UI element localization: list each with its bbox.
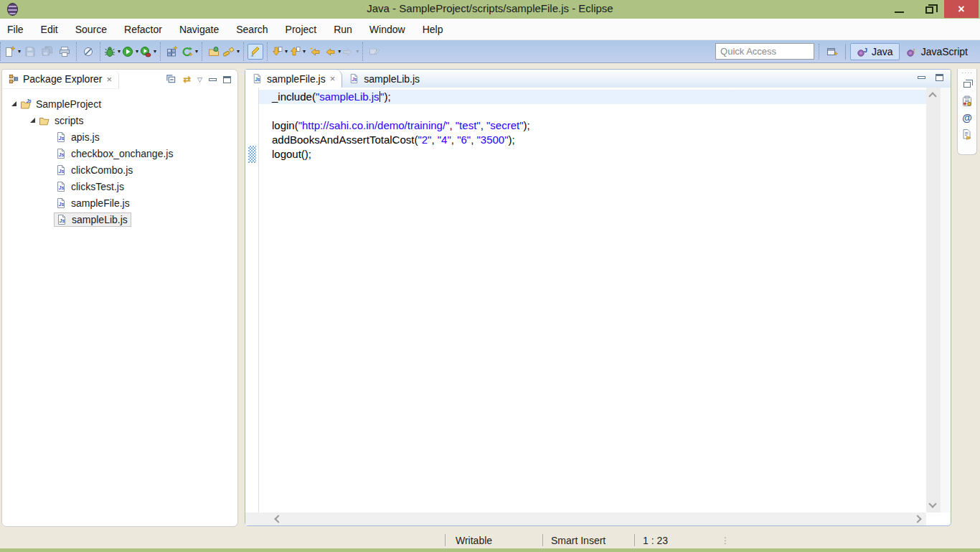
new-wizard-button[interactable]: ▾	[4, 44, 21, 60]
tree-item-file[interactable]: Js clickCombo.js	[2, 162, 237, 178]
dropdown-caret-icon[interactable]: ▾	[118, 49, 121, 55]
drag-handle-icon[interactable]: ····	[961, 70, 973, 75]
new-class-button[interactable]: ▾	[182, 44, 198, 60]
tree-item-file[interactable]: Js checkbox_onchange.js	[2, 145, 237, 162]
dropdown-caret-icon[interactable]: ▾	[237, 49, 240, 55]
previous-annotation-button[interactable]: ▾	[289, 44, 306, 60]
menu-navigate[interactable]: Navigate	[171, 21, 227, 38]
scroll-right-icon[interactable]	[913, 515, 921, 523]
tree-item-folder[interactable]: scripts	[2, 112, 237, 128]
maximize-editor-button[interactable]	[936, 74, 943, 81]
dropdown-caret-icon[interactable]: ▾	[18, 49, 21, 55]
scroll-left-icon[interactable]	[274, 515, 282, 523]
package-explorer-panel: Package Explorer × ⇄ ▽ Js SampleProject	[1, 69, 238, 527]
code-line[interactable]: logout();	[259, 147, 926, 162]
new-java-project-button[interactable]	[164, 44, 180, 60]
expand-arrow-icon[interactable]	[30, 118, 35, 123]
documentation-view-button[interactable]: @	[960, 111, 974, 125]
mark-occurrences-toggle[interactable]	[248, 44, 263, 60]
scroll-down-icon[interactable]	[928, 500, 936, 507]
code-editor[interactable]: _include("sampleLib.js"); login("http://…	[259, 88, 926, 513]
tab-samplelib[interactable]: Js sampleLib.js	[342, 70, 426, 88]
menu-refactor[interactable]: Refactor	[116, 21, 171, 38]
tree-item-file-selected[interactable]: Js sampleLib.js	[2, 211, 237, 228]
package-explorer-tab[interactable]: Package Explorer ×	[2, 70, 119, 89]
back-button[interactable]: ▾	[324, 44, 341, 60]
dropdown-caret-icon[interactable]: ▾	[285, 49, 288, 55]
java-perspective-icon: J	[857, 46, 868, 57]
close-view-icon[interactable]: ×	[107, 75, 113, 84]
minimize-view-button[interactable]	[209, 78, 217, 81]
menu-edit[interactable]: Edit	[32, 21, 67, 38]
horizontal-scrollbar[interactable]	[245, 513, 926, 525]
search-button[interactable]: ▾	[223, 44, 240, 60]
restore-button[interactable]	[914, 0, 944, 18]
menu-search[interactable]: Search	[227, 21, 276, 38]
minimize-button[interactable]	[884, 0, 914, 18]
vertical-scrollbar[interactable]	[926, 88, 941, 513]
tree-item-file[interactable]: Js clicksTest.js	[2, 178, 237, 195]
quick-access-input[interactable]	[715, 43, 814, 60]
editor-gutter[interactable]	[245, 88, 259, 513]
dropdown-caret-icon[interactable]: ▾	[356, 49, 359, 55]
open-element-button[interactable]	[206, 44, 222, 60]
last-edit-location-button[interactable]	[307, 44, 323, 60]
code-line[interactable]: login("http://sahi.co.in/demo/training/"…	[259, 118, 926, 133]
menu-run[interactable]: Run	[325, 21, 361, 38]
close-button[interactable]: ×	[944, 0, 979, 18]
code-line[interactable]: addBooksAndAssertTotalCost("2", "4", "6"…	[259, 133, 926, 147]
save-all-button[interactable]	[39, 44, 55, 60]
tree-item-project[interactable]: Js SampleProject	[2, 95, 237, 112]
js-file-icon: Js	[55, 181, 67, 192]
svg-text:Js: Js	[27, 98, 32, 103]
tree-item-label: SampleProject	[36, 98, 101, 110]
scroll-up-icon[interactable]	[928, 92, 936, 100]
menu-project[interactable]: Project	[277, 21, 326, 38]
view-menu-button[interactable]: ▽	[197, 76, 202, 83]
svg-text:ʃ: ʃ	[912, 47, 915, 53]
perspective-java-button[interactable]: J Java	[850, 43, 900, 60]
code-line[interactable]: _include("sampleLib.js");	[259, 90, 926, 104]
task-list-view-button[interactable]	[960, 94, 974, 108]
dropdown-caret-icon[interactable]: ▾	[303, 49, 306, 55]
run-button[interactable]: ▾	[122, 44, 138, 60]
menu-source[interactable]: Source	[67, 21, 116, 38]
collapse-all-button[interactable]	[166, 74, 176, 85]
tree-item-file[interactable]: Js apis.js	[2, 128, 237, 145]
script-explorer-view-button[interactable]	[960, 127, 974, 141]
save-button[interactable]	[22, 44, 38, 60]
search-icon	[223, 46, 235, 57]
dropdown-caret-icon[interactable]: ▾	[136, 49, 138, 55]
toolbar-group-occurrences	[243, 42, 267, 61]
overview-ruler[interactable]	[941, 88, 951, 513]
coverage-button[interactable]: ▾	[140, 44, 156, 60]
next-annotation-button[interactable]: ▾	[271, 44, 288, 60]
expand-arrow-icon[interactable]	[11, 101, 17, 106]
minimize-editor-button[interactable]	[918, 76, 925, 79]
main-toolbar: ▾ ▾ ▾ ▾	[0, 40, 980, 63]
close-tab-icon[interactable]: ×	[330, 74, 336, 83]
forward-button[interactable]: ▾	[342, 44, 359, 60]
link-with-editor-button[interactable]	[367, 44, 382, 60]
perspective-javascript-button[interactable]: ʃ JavaScript	[900, 43, 974, 60]
dropdown-caret-icon[interactable]: ▾	[154, 49, 156, 55]
print-button[interactable]	[57, 44, 72, 60]
code-line[interactable]	[259, 104, 926, 118]
skip-breakpoints-button[interactable]	[80, 44, 96, 60]
menu-help[interactable]: Help	[414, 21, 452, 38]
svg-text:Js: Js	[59, 202, 65, 207]
editor-body: _include("sampleLib.js"); login("http://…	[245, 88, 951, 525]
dropdown-caret-icon[interactable]: ▾	[195, 49, 198, 55]
code-string: "sampleLib.js	[316, 90, 380, 103]
open-perspective-button[interactable]	[824, 44, 840, 60]
menu-window[interactable]: Window	[361, 21, 414, 38]
debug-button[interactable]: ▾	[104, 44, 121, 60]
tree-item-file[interactable]: Js sampleFile.js	[2, 195, 237, 211]
restore-views-button[interactable]	[960, 78, 974, 92]
menu-file[interactable]: File	[6, 21, 32, 38]
tab-samplefile[interactable]: Js sampleFile.js ×	[245, 70, 342, 88]
maximize-view-button[interactable]	[223, 76, 231, 83]
link-arrows-icon: ⇄	[183, 74, 191, 85]
dropdown-caret-icon[interactable]: ▾	[338, 49, 341, 55]
link-with-editor-toggle[interactable]: ⇄	[183, 74, 191, 85]
